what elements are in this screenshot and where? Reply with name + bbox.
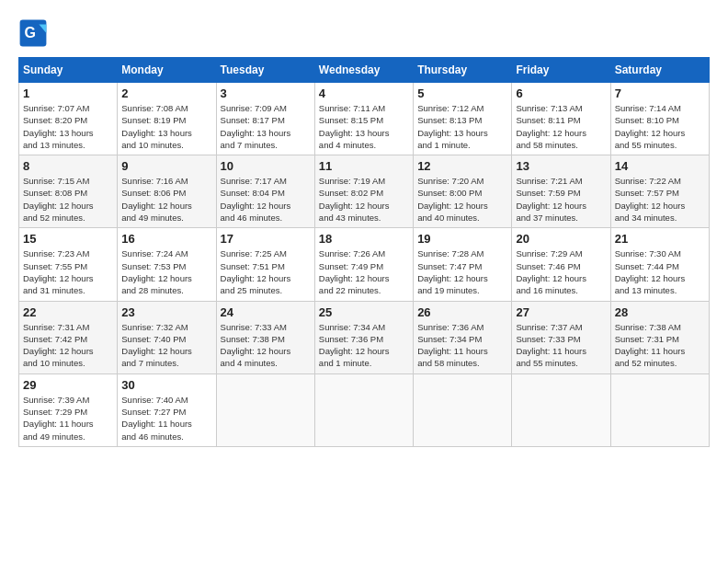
calendar-cell: 26Sunrise: 7:36 AM Sunset: 7:34 PM Dayli… (414, 301, 512, 373)
calendar-cell: 15Sunrise: 7:23 AM Sunset: 7:55 PM Dayli… (19, 228, 118, 301)
day-number: 28 (615, 305, 705, 319)
day-info: Sunrise: 7:30 AM Sunset: 7:44 PM Dayligh… (615, 247, 705, 296)
calendar-cell: 3Sunrise: 7:09 AM Sunset: 8:17 PM Daylig… (216, 83, 314, 155)
day-number: 4 (319, 86, 409, 100)
day-number: 5 (417, 86, 507, 100)
day-number: 30 (121, 378, 211, 392)
day-info: Sunrise: 7:26 AM Sunset: 7:49 PM Dayligh… (319, 247, 409, 296)
weekday-header-row: SundayMondayTuesdayWednesdayThursdayFrid… (19, 58, 710, 83)
day-info: Sunrise: 7:17 AM Sunset: 8:04 PM Dayligh… (221, 175, 311, 224)
day-info: Sunrise: 7:16 AM Sunset: 8:06 PM Dayligh… (121, 175, 211, 224)
calendar-cell: 17Sunrise: 7:25 AM Sunset: 7:51 PM Dayli… (216, 228, 314, 301)
day-number: 10 (221, 159, 311, 173)
day-info: Sunrise: 7:40 AM Sunset: 7:27 PM Dayligh… (121, 394, 211, 442)
day-info: Sunrise: 7:37 AM Sunset: 7:33 PM Dayligh… (516, 321, 606, 370)
day-info: Sunrise: 7:31 AM Sunset: 7:42 PM Dayligh… (23, 321, 113, 370)
calendar-week-row: 22Sunrise: 7:31 AM Sunset: 7:42 PM Dayli… (19, 301, 710, 373)
calendar-cell (314, 373, 413, 446)
day-info: Sunrise: 7:13 AM Sunset: 8:11 PM Dayligh… (516, 102, 606, 151)
calendar-cell: 16Sunrise: 7:24 AM Sunset: 7:53 PM Dayli… (118, 228, 216, 301)
weekday-header: Sunday (19, 58, 118, 83)
calendar-cell: 24Sunrise: 7:33 AM Sunset: 7:38 PM Dayli… (216, 301, 314, 373)
day-info: Sunrise: 7:34 AM Sunset: 7:36 PM Dayligh… (319, 321, 409, 370)
calendar-cell: 11Sunrise: 7:19 AM Sunset: 8:02 PM Dayli… (314, 155, 413, 228)
day-info: Sunrise: 7:15 AM Sunset: 8:08 PM Dayligh… (23, 175, 113, 224)
day-number: 21 (615, 232, 705, 246)
day-info: Sunrise: 7:39 AM Sunset: 7:29 PM Dayligh… (23, 394, 113, 442)
calendar-cell: 7Sunrise: 7:14 AM Sunset: 8:10 PM Daylig… (610, 83, 709, 155)
calendar-cell: 27Sunrise: 7:37 AM Sunset: 7:33 PM Dayli… (512, 301, 610, 373)
calendar-cell: 22Sunrise: 7:31 AM Sunset: 7:42 PM Dayli… (19, 301, 118, 373)
calendar-cell: 9Sunrise: 7:16 AM Sunset: 8:06 PM Daylig… (118, 155, 216, 228)
calendar-cell: 10Sunrise: 7:17 AM Sunset: 8:04 PM Dayli… (216, 155, 314, 228)
day-number: 14 (615, 159, 705, 173)
calendar-cell: 5Sunrise: 7:12 AM Sunset: 8:13 PM Daylig… (414, 83, 512, 155)
calendar-cell: 18Sunrise: 7:26 AM Sunset: 7:49 PM Dayli… (314, 228, 413, 301)
day-number: 1 (23, 86, 113, 100)
day-number: 22 (23, 305, 113, 319)
calendar-cell: 20Sunrise: 7:29 AM Sunset: 7:46 PM Dayli… (512, 228, 610, 301)
day-info: Sunrise: 7:09 AM Sunset: 8:17 PM Dayligh… (221, 102, 311, 151)
calendar-cell: 4Sunrise: 7:11 AM Sunset: 8:15 PM Daylig… (314, 83, 413, 155)
day-number: 7 (615, 86, 705, 100)
weekday-header: Saturday (610, 58, 709, 83)
calendar-cell: 21Sunrise: 7:30 AM Sunset: 7:44 PM Dayli… (610, 228, 709, 301)
weekday-header: Thursday (414, 58, 512, 83)
day-number: 23 (121, 305, 211, 319)
day-info: Sunrise: 7:20 AM Sunset: 8:00 PM Dayligh… (417, 175, 507, 224)
day-number: 13 (516, 159, 606, 173)
page-header: G (18, 18, 710, 48)
calendar-cell: 13Sunrise: 7:21 AM Sunset: 7:59 PM Dayli… (512, 155, 610, 228)
weekday-header: Monday (118, 58, 216, 83)
day-number: 24 (221, 305, 311, 319)
day-info: Sunrise: 7:07 AM Sunset: 8:20 PM Dayligh… (23, 102, 113, 151)
day-number: 25 (319, 305, 409, 319)
day-info: Sunrise: 7:28 AM Sunset: 7:47 PM Dayligh… (417, 247, 507, 296)
day-number: 8 (23, 159, 113, 173)
calendar-cell: 19Sunrise: 7:28 AM Sunset: 7:47 PM Dayli… (414, 228, 512, 301)
day-number: 9 (121, 159, 211, 173)
day-number: 18 (319, 232, 409, 246)
calendar-cell (512, 373, 610, 446)
logo-icon: G (18, 18, 48, 48)
day-info: Sunrise: 7:33 AM Sunset: 7:38 PM Dayligh… (221, 321, 311, 370)
day-info: Sunrise: 7:08 AM Sunset: 8:19 PM Dayligh… (121, 102, 211, 151)
day-info: Sunrise: 7:36 AM Sunset: 7:34 PM Dayligh… (417, 321, 507, 370)
day-info: Sunrise: 7:32 AM Sunset: 7:40 PM Dayligh… (121, 321, 211, 370)
day-number: 26 (417, 305, 507, 319)
day-number: 29 (23, 378, 113, 392)
calendar-table: SundayMondayTuesdayWednesdayThursdayFrid… (18, 57, 710, 447)
day-number: 12 (417, 159, 507, 173)
day-number: 15 (23, 232, 113, 246)
calendar-week-row: 15Sunrise: 7:23 AM Sunset: 7:55 PM Dayli… (19, 228, 710, 301)
day-info: Sunrise: 7:29 AM Sunset: 7:46 PM Dayligh… (516, 247, 606, 296)
calendar-cell: 8Sunrise: 7:15 AM Sunset: 8:08 PM Daylig… (19, 155, 118, 228)
day-number: 11 (319, 159, 409, 173)
weekday-header: Friday (512, 58, 610, 83)
day-info: Sunrise: 7:14 AM Sunset: 8:10 PM Dayligh… (615, 102, 705, 151)
calendar-cell: 1Sunrise: 7:07 AM Sunset: 8:20 PM Daylig… (19, 83, 118, 155)
day-info: Sunrise: 7:12 AM Sunset: 8:13 PM Dayligh… (417, 102, 507, 151)
day-info: Sunrise: 7:23 AM Sunset: 7:55 PM Dayligh… (23, 247, 113, 296)
calendar-week-row: 1Sunrise: 7:07 AM Sunset: 8:20 PM Daylig… (19, 83, 710, 155)
day-number: 16 (121, 232, 211, 246)
day-info: Sunrise: 7:24 AM Sunset: 7:53 PM Dayligh… (121, 247, 211, 296)
calendar-cell (414, 373, 512, 446)
day-info: Sunrise: 7:11 AM Sunset: 8:15 PM Dayligh… (319, 102, 409, 151)
calendar-cell: 23Sunrise: 7:32 AM Sunset: 7:40 PM Dayli… (118, 301, 216, 373)
calendar-cell: 28Sunrise: 7:38 AM Sunset: 7:31 PM Dayli… (610, 301, 709, 373)
calendar-cell: 6Sunrise: 7:13 AM Sunset: 8:11 PM Daylig… (512, 83, 610, 155)
day-info: Sunrise: 7:25 AM Sunset: 7:51 PM Dayligh… (221, 247, 311, 296)
day-number: 19 (417, 232, 507, 246)
day-number: 20 (516, 232, 606, 246)
calendar-cell: 25Sunrise: 7:34 AM Sunset: 7:36 PM Dayli… (314, 301, 413, 373)
day-info: Sunrise: 7:19 AM Sunset: 8:02 PM Dayligh… (319, 175, 409, 224)
calendar-cell: 2Sunrise: 7:08 AM Sunset: 8:19 PM Daylig… (118, 83, 216, 155)
day-number: 27 (516, 305, 606, 319)
day-number: 6 (516, 86, 606, 100)
calendar-cell: 12Sunrise: 7:20 AM Sunset: 8:00 PM Dayli… (414, 155, 512, 228)
logo: G (18, 18, 51, 48)
day-info: Sunrise: 7:38 AM Sunset: 7:31 PM Dayligh… (615, 321, 705, 370)
day-number: 3 (221, 86, 311, 100)
calendar-cell: 29Sunrise: 7:39 AM Sunset: 7:29 PM Dayli… (19, 373, 118, 446)
